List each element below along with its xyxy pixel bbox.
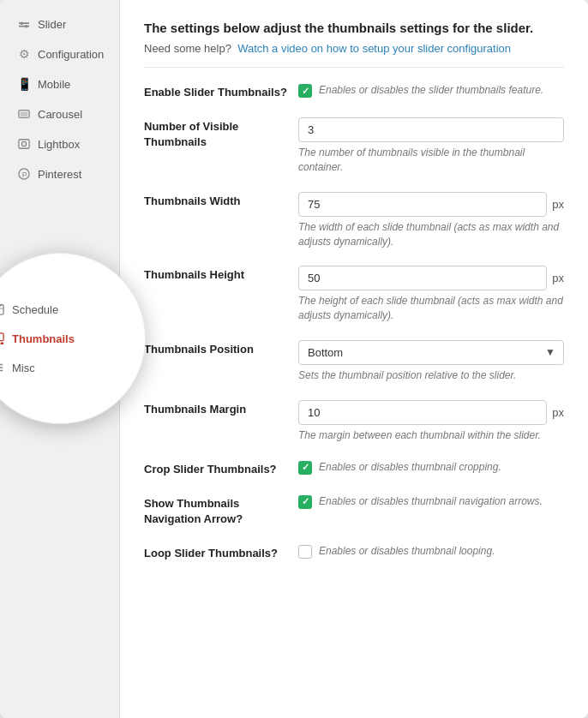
carousel-icon bbox=[17, 107, 31, 121]
setting-label-visible-thumbnails: Number of Visible Thumbnails bbox=[144, 117, 298, 150]
setting-label-crop-thumbnails: Crop Slider Thumbnails? bbox=[144, 460, 298, 477]
sidebar-item-configuration[interactable]: ⚙ Configuration bbox=[5, 39, 114, 69]
desc-thumbnails-position: Sets the thumbnail position relative to … bbox=[298, 368, 564, 383]
mobile-icon: 📱 bbox=[17, 77, 31, 91]
sidebar-item-schedule-label: Schedule bbox=[12, 303, 58, 316]
unit-width: px bbox=[552, 198, 564, 211]
desc-enable-thumbnails: Enables or disables the slider thumbnail… bbox=[319, 83, 543, 98]
checkbox-enable-thumbnails[interactable] bbox=[298, 84, 312, 98]
setting-show-navigation: Show Thumbnails Navigation Arrow? Enable… bbox=[144, 494, 564, 527]
pinterest-icon: P bbox=[17, 167, 31, 181]
setting-loop-thumbnails: Loop Slider Thumbnails? Enables or disab… bbox=[144, 544, 564, 561]
select-wrapper-position: Bottom Top Left Right ▼ bbox=[298, 340, 564, 365]
thumbnails-icon bbox=[0, 332, 5, 345]
svg-rect-6 bbox=[19, 140, 29, 149]
input-thumbnails-height[interactable] bbox=[298, 266, 547, 290]
sidebar-item-misc-label: Misc bbox=[12, 362, 35, 374]
input-group-margin: px bbox=[298, 400, 564, 425]
setting-label-thumbnails-margin: Thumbnails Margin bbox=[144, 400, 298, 417]
sidebar-item-config-label: Configuration bbox=[38, 48, 104, 61]
input-thumbnails-margin[interactable] bbox=[298, 400, 547, 425]
desc-thumbnails-height: The height of each slide thumbnail (acts… bbox=[298, 294, 564, 323]
setting-label-thumbnails-width: Thumbnails Width bbox=[144, 192, 298, 209]
sidebar-item-carousel[interactable]: Carousel bbox=[5, 99, 114, 129]
sidebar-item-slider[interactable]: Slider bbox=[5, 9, 114, 39]
svg-point-3 bbox=[25, 25, 28, 28]
setting-enable-thumbnails: Enable Slider Thumbnails? Enables or dis… bbox=[144, 83, 564, 100]
setting-control-loop-thumbnails: Enables or disables thumbnail looping. bbox=[298, 544, 564, 559]
setting-thumbnails-position: Thumbnails Position Bottom Top Left Righ… bbox=[144, 340, 564, 383]
checkbox-crop-thumbnails[interactable] bbox=[298, 461, 312, 475]
svg-text:P: P bbox=[22, 171, 27, 179]
help-prefix: Need some help? bbox=[144, 42, 231, 55]
desc-thumbnails-width: The width of each slide thumbnail (acts … bbox=[298, 220, 564, 249]
setting-control-thumbnails-width: px The width of each slide thumbnail (ac… bbox=[298, 192, 564, 249]
sidebar-item-misc[interactable]: Misc bbox=[0, 353, 146, 382]
app-window: Slider ⚙ Configuration 📱 Mobile Carousel… bbox=[0, 0, 588, 718]
sidebar-item-thumbnails-label: Thumbnails bbox=[12, 332, 75, 345]
sidebar-item-pinterest[interactable]: P Pinterest bbox=[5, 159, 114, 188]
setting-thumbnails-margin: Thumbnails Margin px The margin between … bbox=[144, 400, 564, 443]
setting-control-enable-thumbnails: Enables or disables the slider thumbnail… bbox=[298, 83, 564, 98]
help-link[interactable]: Watch a video on how to setup your slide… bbox=[237, 42, 511, 55]
checkbox-row-crop: Enables or disables thumbnail cropping. bbox=[298, 460, 564, 475]
page-title: The settings below adjust the thumbnails… bbox=[144, 21, 564, 35]
setting-label-enable-thumbnails: Enable Slider Thumbnails? bbox=[144, 83, 298, 100]
sidebar-item-carousel-label: Carousel bbox=[38, 108, 82, 121]
checkbox-loop-thumbnails[interactable] bbox=[298, 545, 312, 559]
sidebar-item-mobile-label: Mobile bbox=[38, 78, 70, 91]
unit-margin: px bbox=[552, 406, 564, 419]
select-thumbnails-position[interactable]: Bottom Top Left Right bbox=[298, 340, 564, 365]
svg-point-7 bbox=[21, 141, 26, 146]
svg-point-2 bbox=[21, 21, 24, 25]
checkbox-show-navigation[interactable] bbox=[298, 495, 312, 509]
setting-control-thumbnails-margin: px The margin between each thumbnail wit… bbox=[298, 400, 564, 443]
setting-control-visible-thumbnails: The number of thumbnails visible in the … bbox=[298, 117, 564, 175]
setting-thumbnails-width: Thumbnails Width px The width of each sl… bbox=[144, 192, 564, 249]
input-group-height: px bbox=[298, 266, 564, 290]
sidebar-item-pinterest-label: Pinterest bbox=[38, 168, 81, 181]
sidebar-item-mobile[interactable]: 📱 Mobile bbox=[5, 69, 114, 99]
desc-loop-thumbnails: Enables or disables thumbnail looping. bbox=[319, 544, 495, 559]
setting-label-thumbnails-position: Thumbnails Position bbox=[144, 340, 298, 357]
svg-rect-14 bbox=[0, 333, 3, 341]
sidebar: Slider ⚙ Configuration 📱 Mobile Carousel… bbox=[0, 0, 120, 718]
setting-control-thumbnails-height: px The height of each slide thumbnail (a… bbox=[298, 266, 564, 323]
misc-icon bbox=[0, 361, 5, 374]
desc-crop-thumbnails: Enables or disables thumbnail cropping. bbox=[319, 460, 501, 475]
lightbox-icon bbox=[17, 137, 31, 151]
setting-control-crop-thumbnails: Enables or disables thumbnail cropping. bbox=[298, 460, 564, 475]
input-group-width: px bbox=[298, 192, 564, 217]
setting-crop-thumbnails: Crop Slider Thumbnails? Enables or disab… bbox=[144, 460, 564, 477]
desc-thumbnails-margin: The margin between each thumbnail within… bbox=[298, 428, 564, 443]
sidebar-item-lightbox[interactable]: Lightbox bbox=[5, 129, 114, 159]
slider-icon bbox=[17, 17, 31, 31]
setting-thumbnails-height: Thumbnails Height px The height of each … bbox=[144, 266, 564, 323]
sidebar-item-slider-label: Slider bbox=[38, 18, 66, 31]
setting-control-thumbnails-position: Bottom Top Left Right ▼ Sets the thumbna… bbox=[298, 340, 564, 383]
desc-visible-thumbnails: The number of thumbnails visible in the … bbox=[298, 146, 564, 175]
help-text: Need some help? Watch a video on how to … bbox=[144, 42, 564, 55]
desc-show-navigation: Enables or disables thumbnail navigation… bbox=[319, 494, 543, 509]
input-visible-thumbnails[interactable] bbox=[298, 117, 564, 142]
setting-control-show-navigation: Enables or disables thumbnail navigation… bbox=[298, 494, 564, 509]
main-content: The settings below adjust the thumbnails… bbox=[120, 0, 588, 718]
section-divider bbox=[144, 67, 564, 68]
setting-visible-thumbnails: Number of Visible Thumbnails The number … bbox=[144, 117, 564, 175]
config-icon: ⚙ bbox=[17, 47, 31, 61]
setting-label-thumbnails-height: Thumbnails Height bbox=[144, 266, 298, 283]
checkbox-row-loop: Enables or disables thumbnail looping. bbox=[298, 544, 564, 559]
schedule-icon bbox=[0, 302, 5, 316]
setting-label-loop-thumbnails: Loop Slider Thumbnails? bbox=[144, 544, 298, 561]
input-thumbnails-width[interactable] bbox=[298, 192, 547, 217]
checkbox-row-enable: Enables or disables the slider thumbnail… bbox=[298, 83, 564, 98]
setting-label-show-navigation: Show Thumbnails Navigation Arrow? bbox=[144, 494, 298, 527]
svg-rect-17 bbox=[1, 342, 4, 344]
sidebar-item-lightbox-label: Lightbox bbox=[38, 138, 80, 151]
unit-height: px bbox=[552, 272, 564, 284]
checkbox-row-navigation: Enables or disables thumbnail navigation… bbox=[298, 494, 564, 509]
svg-rect-5 bbox=[21, 111, 28, 116]
sidebar-item-schedule[interactable]: Schedule bbox=[0, 295, 146, 324]
sidebar-item-thumbnails[interactable]: Thumbnails bbox=[0, 324, 146, 353]
